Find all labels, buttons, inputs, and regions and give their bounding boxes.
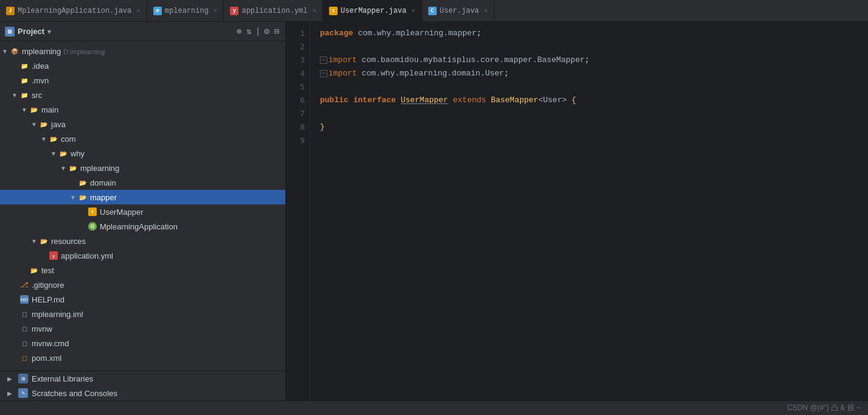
tab-icon-application.yml: y	[230, 7, 238, 15]
tab-label-mplearning: mplearning	[165, 7, 209, 15]
tree-item-MplearningApplication[interactable]: ⚙MplearningApplication	[0, 219, 285, 234]
tree-arrow-main[interactable]	[19, 105, 29, 114]
add-icon[interactable]: ⊕	[235, 25, 243, 38]
status-bar: CSDN @(#") 凸 & 贱 ~	[0, 400, 868, 415]
tree-label-.gitignore: .gitignore	[32, 281, 64, 290]
sidebar-tree: 📦 mplearning D:\mplearning 📁.idea📁.mvn📁s…	[0, 41, 285, 371]
tree-item-_mvn[interactable]: 📁.mvn	[0, 73, 285, 88]
tree-label-application.yml: application.yml	[61, 251, 113, 260]
tree-arrow-src[interactable]	[10, 90, 19, 100]
tree-label-com: com	[61, 134, 76, 144]
tree-item-mvnw_cmd[interactable]: ◻mvnw.cmd	[0, 336, 285, 350]
gear-icon[interactable]: ⚙	[263, 25, 270, 38]
tree-item-resources[interactable]: 📂resources	[0, 234, 285, 248]
tab-close-UserMapper.java[interactable]: ×	[411, 7, 415, 15]
sidebar-footer-item-External_Libraries[interactable]: ⊞ External Libraries	[0, 371, 285, 386]
tree-label-src: src	[32, 91, 42, 100]
tree-item-com[interactable]: 📂com	[0, 131, 285, 146]
tree-item-HELP_md[interactable]: MDHELP.md	[0, 292, 285, 307]
tree-item-_gitignore[interactable]: ⎇.gitignore	[0, 277, 285, 292]
tree-label-main: main	[41, 105, 58, 114]
tree-item-mplearning_iml[interactable]: ◻mplearning.iml	[0, 307, 285, 321]
line-number-3: 3	[286, 54, 310, 67]
tree-label-.mvn: .mvn	[32, 76, 49, 85]
tab-close-application.yml[interactable]: ×	[313, 7, 317, 15]
tree-label-mapper: mapper	[90, 193, 117, 202]
tab-icon-UserMapper.java: I	[329, 7, 338, 15]
watermark-text: CSDN @(#") 凸 & 贱 ~	[787, 403, 861, 413]
tree-item-label-root: mplearning D:\mplearning	[22, 47, 105, 56]
tree-item-root[interactable]: 📦 mplearning D:\mplearning	[0, 44, 285, 58]
code-line-7	[320, 107, 868, 120]
tree-arrow-why[interactable]	[49, 148, 58, 158]
tab-close-User.java[interactable]: ×	[484, 7, 488, 15]
tree-label-mvnw: mvnw	[32, 324, 52, 333]
tree-label-MplearningApplication: MplearningApplication	[100, 222, 178, 231]
tab-close-MplearningApplication.java[interactable]: ×	[136, 7, 141, 15]
footer-label-External_Libraries: External Libraries	[32, 374, 93, 383]
tab-mplearning[interactable]: mmplearning×	[147, 0, 224, 22]
line-number-6: 6	[286, 94, 310, 107]
tree-arrow-java[interactable]	[29, 119, 39, 129]
tree-arrow-resources[interactable]	[29, 236, 39, 246]
code-line-6: public interface UserMapper extends Base…	[320, 94, 868, 107]
code-line-1: package com.why.mplearning.mapper;	[320, 27, 868, 40]
tab-icon-MplearningApplication.java: J	[6, 7, 15, 15]
tab-close-mplearning[interactable]: ×	[214, 7, 218, 15]
tab-icon-User.java: C	[428, 7, 437, 15]
tree-item-_idea[interactable]: 📁.idea	[0, 58, 285, 73]
code-line-3: −import com.baomidou.mybatisplus.core.ma…	[320, 54, 868, 67]
tree-arrow-root	[0, 46, 10, 56]
tree-arrow-mplearning[interactable]	[58, 163, 68, 173]
tab-label-UserMapper.java: UserMapper.java	[341, 7, 406, 15]
tree-label-mplearning.iml: mplearning.iml	[32, 310, 83, 319]
tree-label-mvnw.cmd: mvnw.cmd	[32, 339, 69, 348]
editor-area: 123456789 package com.why.mplearning.map…	[286, 22, 868, 400]
main-area: ⊞ Project ▾ ⊕ ⇅ | ⚙ ⊟ 📦 mplearning D:\mp…	[0, 22, 868, 400]
line-number-4: 4	[286, 67, 310, 80]
code-line-9	[320, 134, 868, 147]
tree-item-why[interactable]: 📂why	[0, 146, 285, 161]
tree-item-java[interactable]: 📂java	[0, 117, 285, 131]
footer-arrow-Scratches and Consoles	[5, 388, 15, 398]
tab-UserMapper.java[interactable]: IUserMapper.java×	[323, 0, 422, 22]
tree-item-src[interactable]: 📁src	[0, 88, 285, 102]
sync-icon[interactable]: ⇅	[245, 25, 252, 38]
line-numbers: 123456789	[286, 22, 310, 400]
tab-MplearningApplication.java[interactable]: JMplearningApplication.java×	[0, 0, 147, 22]
sidebar-footer-item-Scratches_and_Consoles[interactable]: ✎ Scratches and Consoles	[0, 386, 285, 400]
tree-label-java: java	[51, 120, 66, 129]
sidebar-footer: ⊞ External Libraries ✎ Scratches and Con…	[0, 371, 285, 400]
tree-arrow-mapper[interactable]	[68, 192, 78, 202]
tab-label-User.java: User.java	[440, 7, 479, 15]
line-number-9: 9	[286, 134, 310, 147]
dropdown-arrow[interactable]: ▾	[47, 27, 51, 36]
tree-item-pom_xml[interactable]: ◻pom.xml	[0, 350, 285, 365]
tree-item-test[interactable]: 📂test	[0, 263, 285, 277]
scratch-icon: ✎	[18, 388, 28, 398]
code-line-4: −import com.why.mplearning.domain.User;	[320, 67, 868, 80]
tree-item-UserMapper[interactable]: IUserMapper	[0, 204, 285, 219]
tree-item-mplearning[interactable]: 📂mplearning	[0, 161, 285, 175]
line-number-1: 1	[286, 27, 310, 40]
tree-arrow-com[interactable]	[39, 134, 49, 144]
tree-item-application_yml[interactable]: yapplication.yml	[0, 248, 285, 263]
layout-icon[interactable]: ⊟	[273, 25, 280, 38]
tree-item-domain[interactable]: 📂domain	[0, 175, 285, 190]
sidebar: ⊞ Project ▾ ⊕ ⇅ | ⚙ ⊟ 📦 mplearning D:\mp…	[0, 22, 286, 400]
code-line-8: }	[320, 120, 868, 134]
sidebar-header: ⊞ Project ▾ ⊕ ⇅ | ⚙ ⊟	[0, 22, 285, 41]
tree-label-HELP.md: HELP.md	[32, 295, 64, 304]
tree-item-mvnw[interactable]: ◻mvnw	[0, 321, 285, 336]
tree-label-resources: resources	[51, 237, 86, 246]
code-content[interactable]: package com.why.mplearning.mapper; −impo…	[310, 22, 868, 400]
line-number-5: 5	[286, 80, 310, 94]
tab-bar: JMplearningApplication.java×mmplearning×…	[0, 0, 868, 22]
tab-label-MplearningApplication.java: MplearningApplication.java	[18, 7, 131, 15]
code-line-2	[320, 40, 868, 54]
line-number-7: 7	[286, 107, 310, 120]
tree-item-mapper[interactable]: 📂mapper	[0, 190, 285, 204]
tree-item-main[interactable]: 📂main	[0, 102, 285, 117]
tab-User.java[interactable]: CUser.java×	[422, 0, 495, 22]
tab-application.yml[interactable]: yapplication.yml×	[224, 0, 323, 22]
